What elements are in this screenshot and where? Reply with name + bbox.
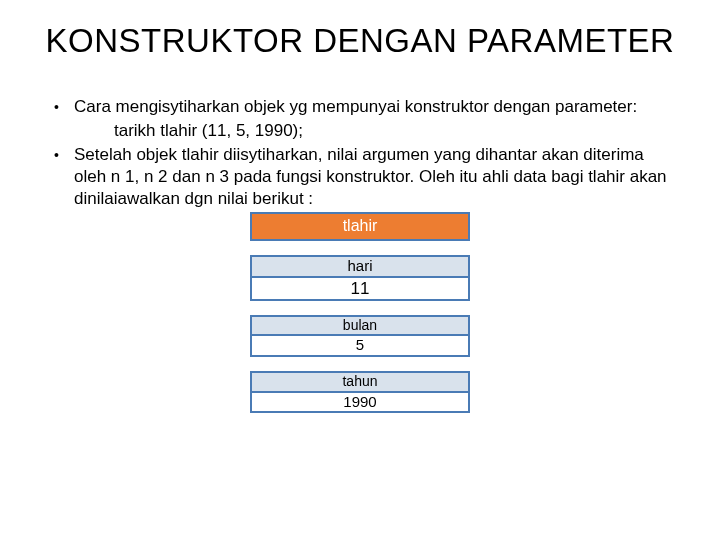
object-name-box: tlahir <box>250 212 470 240</box>
bullet-dot <box>50 144 74 210</box>
bullet-text: Cara mengisytiharkan objek yg mempunyai … <box>74 96 670 118</box>
bullet-text: Setelah objek tlahir diisytiharkan, nila… <box>74 144 670 210</box>
bullet-dot <box>50 96 74 118</box>
slide-title: KONSTRUKTOR DENGAN PARAMETER <box>0 0 720 68</box>
field-value: 11 <box>252 278 468 299</box>
bullet-indent: tarikh tlahir (11, 5, 1990); <box>50 120 670 142</box>
bullet-item: Cara mengisytiharkan objek yg mempunyai … <box>50 96 670 118</box>
bullet-list: Cara mengisytiharkan objek yg mempunyai … <box>0 68 720 210</box>
field-label: tahun <box>252 373 468 393</box>
bullet-item: Setelah objek tlahir diisytiharkan, nila… <box>50 144 670 210</box>
field-box-bulan: bulan 5 <box>250 315 470 357</box>
field-value: 1990 <box>252 393 468 412</box>
field-value: 5 <box>252 336 468 355</box>
field-box-tahun: tahun 1990 <box>250 371 470 413</box>
field-label: hari <box>252 257 468 278</box>
field-box-hari: hari 11 <box>250 255 470 301</box>
object-diagram: tlahir hari 11 bulan 5 tahun 1990 <box>0 212 720 413</box>
field-label: bulan <box>252 317 468 337</box>
